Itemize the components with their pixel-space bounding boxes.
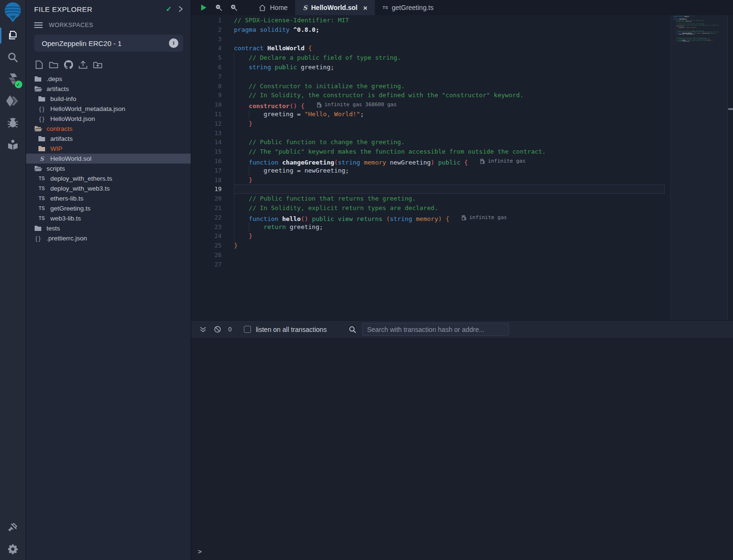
code-line-15[interactable]: 15 // The "public" keyword makes the fun…	[191, 147, 670, 156]
line-number: 20	[191, 194, 234, 203]
code-line-3[interactable]: 3	[191, 35, 670, 44]
scrollbar-cursor-marker	[728, 108, 733, 110]
tree-item-wip[interactable]: WIP	[26, 144, 191, 154]
code-line-20[interactable]: 20 // Public function that returns the g…	[191, 194, 670, 203]
tree-item-deploy-with-web3-ts[interactable]: TSdeploy_with_web3.ts	[26, 184, 191, 193]
create-new-file-icon[interactable]	[34, 59, 44, 70]
tree-item-scripts[interactable]: scripts	[26, 164, 191, 174]
chevron-right-icon[interactable]	[178, 6, 183, 12]
code-line-2[interactable]: 2pragma solidity ^0.8.0;	[191, 25, 670, 35]
workspace-select[interactable]: OpenZeppelin ERC20 - 1 ▲▼	[34, 35, 183, 52]
tree-item-label: artifacts	[46, 85, 69, 92]
tree-item-build-info[interactable]: build-info	[26, 94, 191, 104]
code-line-25[interactable]: 25}	[191, 241, 670, 250]
code-line-8[interactable]: 8 // Constructor to initialize the greet…	[191, 82, 670, 91]
code-line-17[interactable]: 17 greeting = newGreeting;	[191, 166, 670, 175]
code-line-12[interactable]: 12 }	[191, 119, 670, 129]
panel-title: FILE EXPLORER	[34, 5, 166, 13]
ts-icon: TS	[37, 176, 46, 181]
code-editor[interactable]: 1// SPDX-License-Identifier: MIT2pragma …	[191, 15, 670, 320]
tree-item-web3-lib-ts[interactable]: TSweb3-lib.ts	[26, 213, 191, 223]
code-line-22[interactable]: 22 function hello() public view returns …	[191, 213, 670, 222]
tree-item-artifacts[interactable]: artifacts	[26, 134, 191, 144]
folder-open-icon	[34, 126, 42, 132]
terminal-search-input[interactable]	[362, 323, 509, 336]
code-line-27[interactable]: 27	[191, 260, 670, 269]
zoom-in-icon[interactable]	[230, 4, 238, 11]
indent-guide	[234, 72, 234, 82]
gas-estimate-widget[interactable]: infinite gas	[480, 156, 525, 166]
upload-folder-icon[interactable]	[93, 59, 103, 70]
code-line-9[interactable]: 9 // In Solidity, the constructor is def…	[191, 91, 670, 100]
tab-helloworld-sol[interactable]: SHelloWorld.sol×	[295, 0, 375, 15]
folder-icon	[37, 96, 46, 102]
indent-guide	[234, 222, 234, 232]
tree-item-getgreeting-ts[interactable]: TSgetGreeting.ts	[26, 203, 191, 213]
code-line-11[interactable]: 11 greeting = "Hello, World!";	[191, 110, 670, 119]
tree-item-ethers-lib-ts[interactable]: TSethers-lib.ts	[26, 193, 191, 203]
search-icon[interactable]	[0, 46, 26, 68]
file-explorer-icon[interactable]	[0, 25, 26, 46]
code-line-23[interactable]: 23 return greeting;	[191, 222, 670, 232]
indent-guide	[234, 129, 234, 138]
code-line-5[interactable]: 5 // Declare a public field of type stri…	[191, 53, 670, 63]
indent-guide	[234, 138, 234, 147]
gas-estimate-widget[interactable]: infinite gas	[462, 213, 507, 222]
create-new-folder-icon[interactable]	[48, 59, 59, 70]
tree-item-label: HelloWorld.json	[50, 115, 95, 122]
code-line-26[interactable]: 26	[191, 250, 670, 260]
plugin-manager-icon[interactable]	[0, 516, 26, 538]
indent-guide	[249, 222, 249, 232]
line-number: 16	[191, 156, 234, 166]
tree-item-artifacts[interactable]: artifacts	[26, 84, 191, 94]
indent-guide	[234, 166, 234, 175]
tree-item-label: WIP	[50, 145, 63, 152]
listen-transactions-checkbox[interactable]	[244, 326, 251, 333]
solidity-compiler-icon[interactable]: ✓	[0, 68, 26, 90]
workspaces-menu-icon[interactable]	[34, 22, 43, 28]
upload-files-icon[interactable]	[78, 59, 88, 70]
tree-item-helloworld-metadata-json[interactable]: { }HelloWorld_metadata.json	[26, 104, 191, 114]
code-line-4[interactable]: 4contract HelloWorld {	[191, 44, 670, 53]
remix-logo-icon[interactable]	[0, 0, 26, 25]
code-line-6[interactable]: 6 string public greeting;	[191, 63, 670, 72]
folder-icon	[37, 146, 46, 152]
zoom-out-icon[interactable]	[215, 4, 223, 11]
debugger-icon[interactable]	[0, 112, 26, 134]
scrollbar[interactable]	[727, 15, 733, 320]
tab-label: Home	[270, 4, 288, 11]
clear-console-icon[interactable]	[210, 326, 224, 333]
tab-getgreeting-ts[interactable]: TSgetGreeting.ts	[375, 0, 441, 15]
terminal-output[interactable]: >	[191, 339, 733, 560]
code-line-1[interactable]: 1// SPDX-License-Identifier: MIT	[191, 16, 670, 25]
code-line-19[interactable]: 19	[191, 184, 670, 194]
tab-home[interactable]: Home	[251, 0, 295, 15]
learneth-icon[interactable]	[0, 134, 26, 156]
tree-item-helloworld-json[interactable]: { }HelloWorld.json	[26, 114, 191, 124]
code-line-24[interactable]: 24 }	[191, 231, 670, 241]
code-line-10[interactable]: 10 constructor() {infinite gas 368600 ga…	[191, 100, 670, 110]
code-line-21[interactable]: 21 // In Solidity, explicit return types…	[191, 203, 670, 213]
minimap[interactable]: // SPDX-License-Identifier: MITpragma so…	[673, 16, 719, 47]
code-line-14[interactable]: 14 // Public function to change the gree…	[191, 138, 670, 147]
clone-git-repository-icon[interactable]	[63, 59, 74, 70]
code-line-18[interactable]: 18 }	[191, 175, 670, 185]
tree-item-deploy-with-ethers-ts[interactable]: TSdeploy_with_ethers.ts	[26, 174, 191, 184]
tree-item-contracts[interactable]: contracts	[26, 124, 191, 134]
tree-item-helloworld-sol[interactable]: SHelloWorld.sol	[26, 154, 191, 164]
indent-guide	[234, 53, 234, 63]
tree-item--deps[interactable]: .deps	[26, 74, 191, 84]
tree-item-tests[interactable]: tests	[26, 223, 191, 233]
code-line-13[interactable]: 13	[191, 129, 670, 138]
settings-icon[interactable]	[0, 538, 26, 560]
gas-estimate-widget[interactable]: infinite gas 368600 gas	[317, 100, 397, 110]
tree-item--prettierrc-json[interactable]: { }.prettierrc.json	[26, 233, 191, 243]
run-script-icon[interactable]	[200, 4, 207, 11]
expand-terminal-icon[interactable]	[196, 326, 210, 333]
close-tab-icon[interactable]: ×	[363, 4, 368, 12]
json-icon: { }	[37, 106, 46, 112]
code-line-7[interactable]: 7	[191, 72, 670, 82]
deploy-run-icon[interactable]	[0, 90, 26, 112]
code-line-16[interactable]: 16 function changeGreeting(string memory…	[191, 156, 670, 166]
line-content: }	[234, 175, 670, 185]
